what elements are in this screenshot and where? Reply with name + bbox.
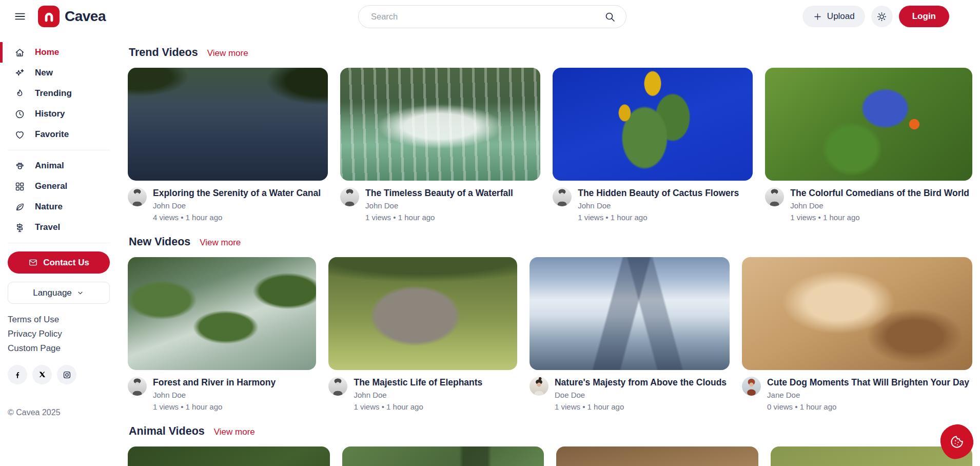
video-card: The Majestic Life of Elephants John Doe … xyxy=(328,257,517,412)
sparkles-icon xyxy=(14,68,25,79)
video-thumbnail[interactable] xyxy=(342,446,544,466)
video-card: Nature's Majesty from Above the Clouds D… xyxy=(530,257,730,412)
leaf-icon xyxy=(14,202,25,212)
video-card-row xyxy=(128,446,972,466)
contact-us-label: Contact Us xyxy=(43,258,89,268)
video-title[interactable]: The Colorful Comedians of the Bird World xyxy=(790,187,969,199)
video-card: The Timeless Beauty of a Waterfall John … xyxy=(340,68,540,222)
upload-button[interactable]: Upload xyxy=(802,6,865,27)
sidebar-item-animal[interactable]: Animal xyxy=(0,156,119,176)
channel-avatar[interactable] xyxy=(530,377,548,396)
video-title[interactable]: Forest and River in Harmony xyxy=(153,377,276,388)
channel-avatar[interactable] xyxy=(128,377,147,396)
channel-avatar[interactable] xyxy=(128,187,147,206)
video-stats: 1 views • 1 hour ago xyxy=(153,402,276,412)
sidebar-item-favorite[interactable]: Favorite xyxy=(0,124,119,145)
terms-of-use-link[interactable]: Terms of Use xyxy=(8,314,119,325)
footer-links: Terms of Use Privacy Policy Custom Page xyxy=(8,314,119,354)
channel-avatar[interactable] xyxy=(340,187,359,206)
section-header: New Videos View more xyxy=(129,236,972,248)
video-author[interactable]: John Doe xyxy=(153,390,276,400)
sun-icon xyxy=(876,11,887,22)
contact-us-button[interactable]: Contact Us xyxy=(8,251,110,274)
sidebar-item-new[interactable]: New xyxy=(0,63,119,83)
search-input[interactable] xyxy=(358,5,626,28)
x-twitter-button[interactable] xyxy=(32,365,52,384)
sidebar-item-general[interactable]: General xyxy=(0,176,119,197)
channel-avatar[interactable] xyxy=(765,187,784,206)
sidebar-item-label: Animal xyxy=(35,161,64,171)
video-thumbnail[interactable] xyxy=(328,257,517,370)
search-button[interactable] xyxy=(602,9,618,25)
video-title[interactable]: The Majestic Life of Elephants xyxy=(354,377,482,388)
instagram-button[interactable] xyxy=(57,365,76,384)
video-thumbnail[interactable] xyxy=(553,68,753,181)
sidebar-item-home[interactable]: Home xyxy=(0,42,119,63)
brand-logo[interactable]: Cavea xyxy=(38,6,106,27)
video-thumbnail[interactable] xyxy=(128,446,330,466)
video-author[interactable]: Doe Doe xyxy=(555,390,727,400)
sidebar-item-label: Trending xyxy=(35,88,72,99)
channel-avatar[interactable] xyxy=(328,377,347,396)
video-stats: 1 views • 1 hour ago xyxy=(578,212,739,222)
video-title[interactable]: Nature's Majesty from Above the Clouds xyxy=(555,377,727,388)
video-title[interactable]: Exploring the Serenity of a Water Canal xyxy=(153,187,321,199)
paw-icon xyxy=(14,161,25,171)
video-thumbnail[interactable] xyxy=(742,257,972,370)
x-twitter-icon xyxy=(37,370,47,379)
view-more-link[interactable]: View more xyxy=(214,427,255,437)
sidebar-divider xyxy=(8,150,110,150)
chevron-down-icon xyxy=(76,288,85,297)
sidebar-item-label: New xyxy=(35,68,53,78)
upload-label: Upload xyxy=(827,11,855,22)
video-title[interactable]: The Hidden Beauty of Cactus Flowers xyxy=(578,187,739,199)
sidebar-item-history[interactable]: History xyxy=(0,104,119,124)
facebook-button[interactable] xyxy=(8,365,27,384)
view-more-link[interactable]: View more xyxy=(207,48,248,59)
video-title[interactable]: The Timeless Beauty of a Waterfall xyxy=(365,187,513,199)
theme-toggle-button[interactable] xyxy=(871,6,893,27)
language-selector[interactable]: Language xyxy=(8,282,110,304)
section-title: New Videos xyxy=(129,236,190,248)
flame-icon xyxy=(14,88,25,99)
video-author[interactable]: Jane Doe xyxy=(767,390,969,400)
menu-toggle-button[interactable] xyxy=(9,6,31,27)
sidebar-item-nature[interactable]: Nature xyxy=(0,197,119,217)
grid-icon xyxy=(14,181,25,192)
video-author[interactable]: John Doe xyxy=(153,201,321,210)
video-author[interactable]: John Doe xyxy=(578,201,739,210)
cavea-logo-icon xyxy=(38,6,60,27)
section-title: Animal Videos xyxy=(129,425,205,438)
video-thumbnail[interactable] xyxy=(765,68,972,181)
brand-name: Cavea xyxy=(65,8,106,25)
video-author[interactable]: John Doe xyxy=(790,201,969,210)
view-more-link[interactable]: View more xyxy=(200,238,241,248)
home-icon xyxy=(14,47,25,58)
login-button[interactable]: Login xyxy=(899,6,949,27)
heart-icon xyxy=(14,129,25,140)
channel-avatar[interactable] xyxy=(553,187,572,206)
video-author[interactable]: John Doe xyxy=(354,390,482,400)
section-header: Trend Videos View more xyxy=(129,46,972,59)
video-card: The Colorful Comedians of the Bird World… xyxy=(765,68,972,222)
cavea-app: Cavea Upload Login Home xyxy=(0,0,980,466)
video-card xyxy=(556,446,758,466)
video-thumbnail[interactable] xyxy=(556,446,758,466)
video-thumbnail[interactable] xyxy=(128,257,316,370)
video-stats: 4 views • 1 hour ago xyxy=(153,212,321,222)
channel-avatar[interactable] xyxy=(742,377,761,396)
custom-page-link[interactable]: Custom Page xyxy=(8,343,119,354)
video-thumbnail[interactable] xyxy=(128,68,328,181)
video-thumbnail[interactable] xyxy=(530,257,730,370)
video-thumbnail[interactable] xyxy=(340,68,540,181)
privacy-policy-link[interactable]: Privacy Policy xyxy=(8,328,119,339)
sidebar-item-travel[interactable]: Travel xyxy=(0,217,119,238)
video-author[interactable]: John Doe xyxy=(365,201,513,210)
top-header: Cavea Upload Login xyxy=(0,0,980,33)
section-title: Trend Videos xyxy=(129,46,198,59)
sidebar-category-group: Animal General Nature Travel xyxy=(0,156,119,238)
signpost-icon xyxy=(14,222,25,233)
video-title[interactable]: Cute Dog Moments That Will Brighten Your… xyxy=(767,377,969,388)
clock-icon xyxy=(14,109,25,120)
sidebar-item-trending[interactable]: Trending xyxy=(0,83,119,104)
